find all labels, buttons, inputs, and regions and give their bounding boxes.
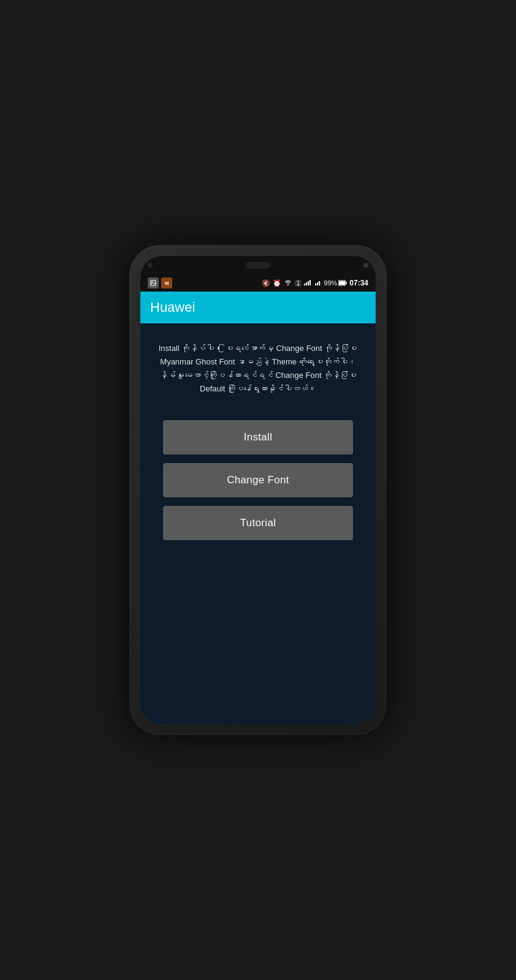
wifi-icon: [284, 279, 292, 287]
change-font-button[interactable]: Change Font: [163, 463, 353, 497]
svg-rect-13: [339, 281, 345, 285]
svg-rect-12: [346, 282, 347, 284]
app-title: Huawei: [150, 300, 195, 315]
svg-rect-3: [304, 284, 305, 285]
signal-icon-2: [315, 279, 321, 287]
status-left-icons: M: [148, 277, 172, 288]
svg-rect-9: [319, 281, 320, 285]
front-camera: [148, 263, 153, 268]
alarm-icon: ⏰: [273, 279, 281, 287]
signal-icon: [304, 279, 313, 287]
svg-rect-7: [315, 284, 316, 285]
svg-rect-4: [306, 282, 307, 285]
phone-screen: M 🔇 ⏰ 1 99% 07:34: [140, 256, 376, 724]
svg-rect-6: [309, 280, 311, 285]
svg-rect-5: [308, 281, 309, 285]
sensor-dot: [363, 263, 368, 268]
svg-rect-10: [321, 282, 321, 285]
app-notification-icon: M: [161, 277, 172, 288]
install-button[interactable]: Install: [163, 420, 353, 454]
description-paragraph: Install ကိုနှိပ်ပါ၊ ပြေးရင်အောက်မှ Chang…: [153, 342, 363, 396]
svg-point-2: [287, 284, 289, 285]
tutorial-button[interactable]: Tutorial: [163, 506, 353, 540]
phone-device: M 🔇 ⏰ 1 99% 07:34: [129, 245, 387, 735]
phone-top-hardware: [140, 256, 376, 274]
notification-image-icon: [148, 277, 159, 288]
action-buttons-container: Install Change Font Tutorial: [163, 420, 353, 540]
earpiece-speaker: [246, 262, 270, 268]
bottom-empty-area: [140, 650, 376, 724]
clock: 07:34: [349, 279, 368, 287]
svg-rect-8: [317, 282, 318, 285]
svg-rect-0: [151, 281, 156, 285]
mute-icon: 🔇: [262, 279, 270, 287]
app-toolbar: Huawei: [140, 292, 376, 323]
sim-indicator: 1: [295, 280, 302, 287]
status-bar: M 🔇 ⏰ 1 99% 07:34: [140, 274, 376, 292]
battery-indicator: 99%: [324, 279, 347, 287]
main-content-area: Install ကိုနှိပ်ပါ၊ ပြေးရင်အောက်မှ Chang…: [140, 323, 376, 650]
status-right-info: 🔇 ⏰ 1 99% 07:34: [262, 279, 368, 287]
